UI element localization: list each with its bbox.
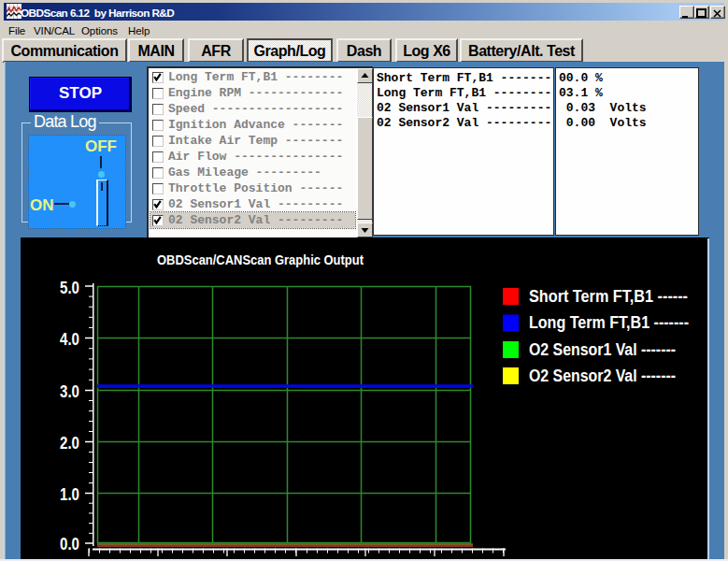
- svg-text:1.0: 1.0: [60, 485, 79, 504]
- svg-text:Long Term FT,B1 -------: Long Term FT,B1 -------: [529, 313, 689, 332]
- svg-text:4.0: 4.0: [60, 330, 79, 349]
- svg-text:Short Term FT,B1 ------: Short Term FT,B1 ------: [529, 287, 688, 306]
- svg-text:O2 Sensor1 Val -------: O2 Sensor1 Val -------: [529, 340, 676, 359]
- svg-text:2.0: 2.0: [60, 434, 79, 453]
- svg-text:OBDScan/CANScan Graphic Output: OBDScan/CANScan Graphic Output: [157, 252, 364, 267]
- svg-text:3.0: 3.0: [60, 382, 79, 401]
- svg-text:O2 Sensor2 Val -------: O2 Sensor2 Val -------: [529, 367, 676, 385]
- svg-text:5.0: 5.0: [60, 279, 79, 297]
- svg-text:0.0: 0.0: [60, 535, 79, 554]
